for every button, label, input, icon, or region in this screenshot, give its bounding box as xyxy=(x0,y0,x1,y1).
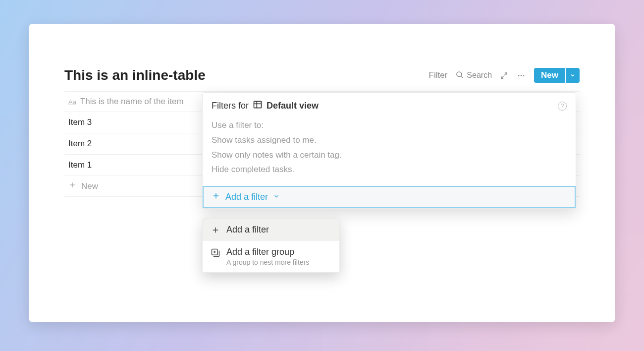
view-name: Default view xyxy=(267,101,319,111)
dropdown-item-add-filter-group[interactable]: Add a filter group A group to nest more … xyxy=(203,241,339,272)
more-icon[interactable] xyxy=(516,71,526,80)
dropdown-item-add-filter[interactable]: Add a filter xyxy=(203,219,339,241)
column-header-label: This is the name of the item xyxy=(80,97,184,107)
plus-icon xyxy=(211,226,220,234)
add-row-label: New xyxy=(81,181,98,191)
search-icon xyxy=(455,70,464,81)
expand-icon[interactable] xyxy=(500,71,508,80)
text-property-icon: Aa xyxy=(68,98,76,106)
plus-icon xyxy=(212,191,220,203)
filter-group-icon xyxy=(211,248,220,258)
page-title: This is an inline-table xyxy=(64,67,206,83)
new-button-group: New xyxy=(534,68,580,83)
svg-line-2 xyxy=(504,72,507,75)
filter-popover-description: Use a filter to: Show tasks assigned to … xyxy=(203,114,576,186)
search-label: Search xyxy=(467,71,492,80)
add-filter-button[interactable]: Add a filter xyxy=(203,186,576,208)
chevron-down-icon xyxy=(273,192,280,202)
search-button[interactable]: Search xyxy=(455,70,492,81)
svg-line-3 xyxy=(501,76,504,78)
svg-point-6 xyxy=(523,75,525,76)
table-view-icon xyxy=(253,100,263,112)
svg-line-1 xyxy=(461,76,463,77)
filter-popover-header: Filters for Default view ? xyxy=(203,93,576,114)
svg-point-0 xyxy=(457,71,462,76)
dropdown-item-label: Add a filter group xyxy=(226,247,309,257)
svg-point-4 xyxy=(518,75,520,76)
dropdown-item-sublabel: A group to nest more filters xyxy=(226,258,309,266)
add-filter-dropdown: Add a filter Add a filter group A group … xyxy=(202,218,340,273)
dropdown-item-text: Add a filter group A group to nest more … xyxy=(226,247,309,266)
dropdown-item-label: Add a filter xyxy=(226,225,269,235)
new-button[interactable]: New xyxy=(534,68,565,83)
filter-button[interactable]: Filter xyxy=(429,70,448,80)
desc-line: Hide completed tasks. xyxy=(212,162,567,177)
svg-point-5 xyxy=(521,75,522,76)
svg-rect-9 xyxy=(254,101,262,108)
filters-for-label: Filters for xyxy=(212,101,249,111)
desc-line: Use a filter to: xyxy=(212,118,567,133)
filter-popover: Filters for Default view ? Use a filter … xyxy=(202,92,576,209)
desc-line: Show tasks assigned to me. xyxy=(212,133,567,148)
desc-line: Show only notes with a certain tag. xyxy=(212,148,567,163)
table-header-row: This is an inline-table Filter Search Ne… xyxy=(64,67,580,83)
plus-icon xyxy=(68,181,76,191)
new-button-caret[interactable] xyxy=(566,68,580,83)
help-icon[interactable]: ? xyxy=(558,102,567,111)
table-toolbar: Filter Search New xyxy=(429,68,580,83)
add-filter-label: Add a filter xyxy=(225,192,268,202)
